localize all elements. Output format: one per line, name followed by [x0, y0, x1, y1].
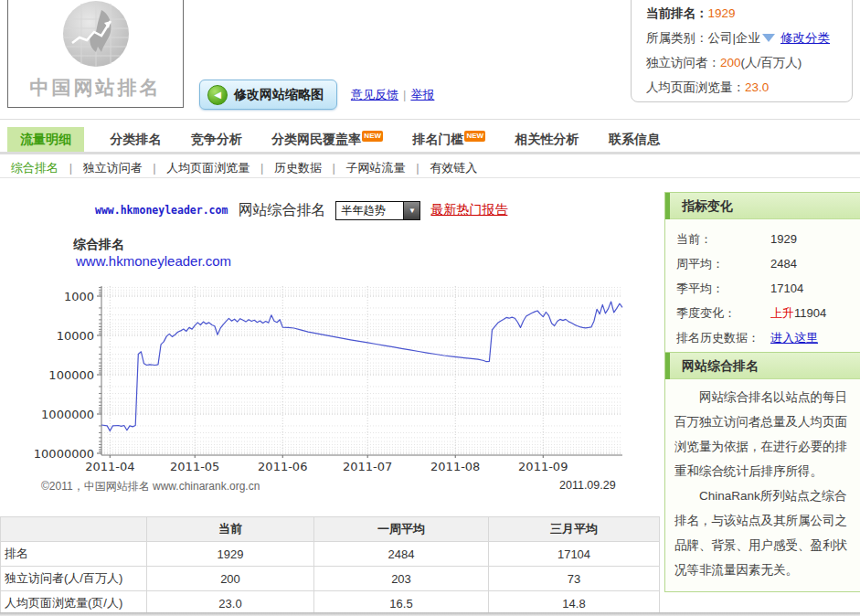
subnav-separator: | — [416, 161, 419, 175]
main-nav: 流量明细 分类排名 竞争分析 分类网民覆盖率NEW 排名门槛NEW 相关性分析 … — [0, 127, 860, 154]
visitors-unit: (人/百万人) — [741, 56, 802, 69]
header-week-avg: 一周平均 — [314, 517, 489, 542]
svg-text:2011-05: 2011-05 — [170, 460, 219, 473]
cell: 2484 — [314, 542, 489, 567]
green-left-arrow-icon: ◀ — [207, 85, 228, 105]
chinarank-page: 中国网站排名 ◀ 修改网站缩略图 意见反馈|举报 当前排名：1929 所属类别：… — [0, 0, 860, 616]
metric-value: 2484 — [770, 251, 797, 276]
current-rank-value: 1929 — [708, 6, 736, 20]
site-summary-panel: 当前排名：1929 所属类别：公司|企业修改分类 独立访问者：200(人/百万人… — [631, 0, 853, 102]
subnav-separator: | — [153, 161, 155, 175]
category-value: 公司|企业 — [708, 31, 761, 45]
subnav-unique-visitors[interactable]: 独立访问者 — [83, 161, 143, 175]
panel-accent-bar — [665, 353, 670, 379]
metric-value: 1929 — [770, 227, 797, 251]
metric-current: 当前： 1929 — [676, 227, 849, 251]
metric-label: 当前： — [676, 227, 770, 251]
tab-relevance-analysis[interactable]: 相关性分析 — [506, 127, 589, 152]
category-dropdown-icon[interactable] — [762, 34, 775, 42]
tab-category-rank[interactable]: 分类排名 — [101, 127, 170, 152]
table-row: 排名 1929 2484 17104 — [1, 542, 660, 567]
panel-accent-bar — [665, 193, 670, 219]
subnav-pageviews[interactable]: 人均页面浏览量 — [166, 161, 250, 175]
visitors-row: 独立访问者：200(人/百万人) — [646, 50, 852, 75]
metric-quarter-change: 季度变化： 上升11904 — [676, 301, 849, 325]
metric-label: 周平均： — [676, 251, 770, 276]
history-data-link[interactable]: 进入这里 — [770, 325, 818, 350]
site-logo: 中国网站排名 — [7, 0, 184, 108]
svg-text:1000000: 1000000 — [41, 408, 94, 421]
header-empty — [1, 517, 147, 542]
cell: 17104 — [489, 542, 660, 567]
metric-week-avg: 周平均： 2484 — [676, 251, 849, 276]
subnav-separator: | — [69, 161, 72, 175]
header-three-month-avg: 三月平均 — [489, 517, 660, 542]
header-divider — [0, 119, 860, 120]
tab-competition-analysis[interactable]: 竞争分析 — [182, 127, 251, 152]
svg-text:1000: 1000 — [64, 290, 94, 303]
svg-text:2011-07: 2011-07 — [343, 460, 392, 473]
subnav-valid-links[interactable]: 有效链入 — [430, 161, 477, 175]
edit-category-link[interactable]: 修改分类 — [780, 31, 830, 45]
chart-site-url: www.hkmoneyleader.com — [76, 253, 231, 269]
category-row: 所属类别：公司|企业修改分类 — [646, 26, 852, 50]
visitors-label: 独立访问者： — [646, 56, 720, 69]
trend-select-value: 半年趋势 — [336, 203, 385, 218]
site-url: www.hkmoneyleader.com — [95, 204, 228, 217]
pageviews-row: 人均页面浏览量：23.0 — [646, 75, 852, 100]
hot-report-link[interactable]: 最新热门报告 — [430, 202, 507, 218]
globe-chart-icon — [61, 0, 131, 69]
subnav-history-data[interactable]: 历史数据 — [274, 161, 322, 175]
new-badge: NEW — [464, 131, 485, 142]
category-label: 所属类别： — [646, 31, 708, 45]
about-panel-header: 网站综合排名 — [665, 353, 860, 379]
chart-copyright: ©2011，中国网站排名 www.chinarank.org.cn — [41, 479, 260, 494]
chevron-down-icon: ▼ — [403, 202, 419, 219]
metric-label: 季度变化： — [676, 301, 770, 325]
svg-text:2011-06: 2011-06 — [258, 460, 307, 473]
subnav-overall-rank[interactable]: 综合排名 — [11, 161, 58, 175]
metrics-panel: 指标变化 当前： 1929 周平均： 2484 季平均： 17104 季度变化：… — [664, 192, 860, 360]
metric-value: 17104 — [770, 276, 803, 301]
cell: 200 — [147, 567, 314, 591]
current-rank-label: 当前排名： — [646, 6, 708, 20]
subnav-subsite-traffic[interactable]: 子网站流量 — [346, 161, 406, 175]
pageviews-label: 人均页面浏览量： — [646, 80, 745, 94]
tab-contact-info[interactable]: 联系信息 — [600, 127, 669, 152]
new-badge: NEW — [362, 131, 383, 142]
svg-text:2011-08: 2011-08 — [430, 460, 480, 473]
feedback-link[interactable]: 意见反馈 — [351, 88, 398, 101]
metric-quarter-avg: 季平均： 17104 — [676, 276, 849, 301]
row-label-rank: 排名 — [1, 542, 147, 567]
metric-label: 季平均： — [676, 276, 770, 301]
report-link[interactable]: 举报 — [410, 88, 434, 101]
row-label-visitors: 独立访问者(人/百万人) — [1, 567, 147, 591]
tab-netizen-coverage[interactable]: 分类网民覆盖率NEW — [262, 127, 392, 152]
metric-history: 排名历史数据： 进入这里 — [676, 325, 849, 350]
edit-thumbnail-button[interactable]: ◀ 修改网站缩略图 — [199, 80, 337, 110]
edit-thumbnail-label: 修改网站缩略图 — [234, 87, 324, 103]
metric-label: 排名历史数据： — [676, 325, 770, 350]
svg-text:10000: 10000 — [57, 329, 94, 343]
trend-period-select[interactable]: 半年趋势 ▼ — [335, 201, 420, 220]
chart-title: 综合排名 — [73, 237, 124, 253]
subnav-separator: | — [260, 161, 263, 175]
tab-rank-threshold[interactable]: 排名门槛NEW — [403, 127, 494, 152]
cell: 1929 — [147, 542, 314, 567]
pageviews-value: 23.0 — [745, 80, 769, 94]
trend-up-text: 上升 — [770, 306, 794, 320]
sub-nav: 综合排名 | 独立访问者 | 人均页面浏览量 | 历史数据 | 子网站流量 | … — [0, 159, 860, 178]
logo-text: 中国网站排名 — [8, 75, 183, 101]
metrics-panel-title: 指标变化 — [682, 198, 733, 213]
cell: 203 — [314, 567, 489, 591]
visitors-value: 200 — [720, 56, 741, 69]
tab-traffic-detail[interactable]: 流量明细 — [7, 127, 84, 152]
svg-text:2011-09: 2011-09 — [518, 460, 568, 473]
rank-line-chart-svg: 1000100001000001000000100000002011-04201… — [35, 272, 638, 501]
tab-netizen-coverage-label: 分类网民覆盖率 — [271, 132, 361, 146]
about-paragraph-1: 网站综合排名以站点的每日百万独立访问者总量及人均页面浏览量为依据，在进行必要的排… — [674, 385, 851, 483]
summary-table: 当前 一周平均 三月平均 排名 1929 2484 17104 独立访问者(人/… — [0, 516, 660, 616]
page-title: 网站综合排名 — [238, 201, 325, 220]
metric-value: 11904 — [794, 306, 826, 320]
about-paragraph-2: ChinaRank所列站点之综合排名，与该站点及其所属公司之品牌、背景、用户感受… — [674, 483, 851, 582]
